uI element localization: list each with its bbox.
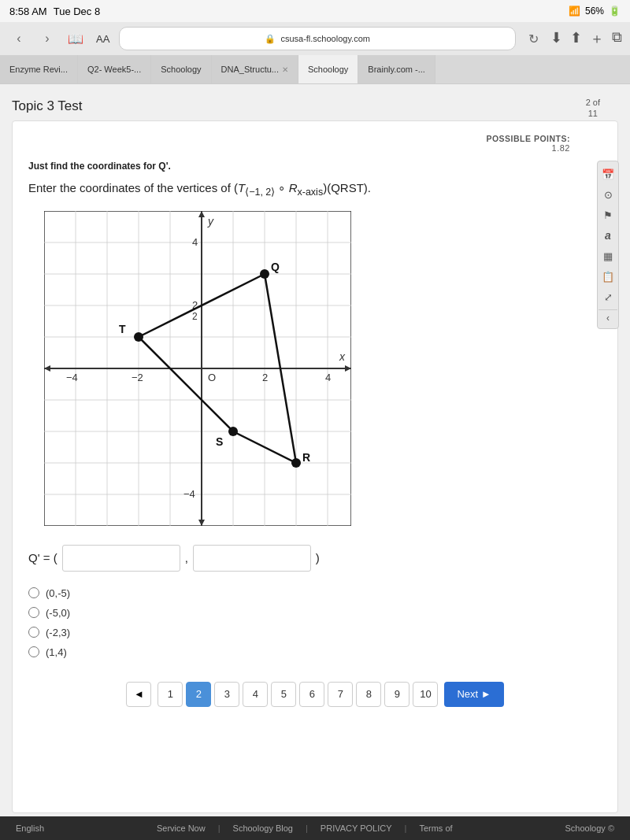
- add-tab-icon[interactable]: ＋: [590, 29, 604, 48]
- clipboard-tool[interactable]: 📋: [598, 267, 617, 286]
- svg-text:−4: −4: [183, 488, 195, 500]
- option-item-2[interactable]: (-5,0): [28, 607, 602, 619]
- option-item-1[interactable]: (0,-5): [28, 587, 602, 599]
- svg-text:4: 4: [325, 372, 331, 383]
- page-7-button[interactable]: 7: [328, 682, 353, 707]
- answer-row: Q' = ( , ): [28, 545, 602, 572]
- option-label-3: (-2,3): [46, 627, 70, 638]
- footer: English Service Now | Schoology Blog | P…: [0, 816, 630, 840]
- reader-mode-button[interactable]: 📖: [65, 28, 87, 50]
- tab-schoology1[interactable]: Schoology: [151, 55, 211, 83]
- grid-tool[interactable]: ▦: [598, 246, 617, 265]
- svg-text:4: 4: [192, 236, 198, 248]
- q-prime-y-input[interactable]: [193, 545, 311, 572]
- q-prime-label: Q' = (: [28, 551, 57, 564]
- footer-copyright: Schoology ©: [565, 823, 614, 833]
- page-3-button[interactable]: 3: [214, 682, 239, 707]
- page-2-button[interactable]: 2: [186, 682, 211, 707]
- schoology-blog-link[interactable]: Schoology Blog: [233, 823, 293, 833]
- lock-icon: 🔒: [265, 34, 276, 44]
- option-label-1: (0,-5): [46, 587, 70, 599]
- option-radio-2[interactable]: [28, 607, 39, 618]
- svg-text:x: x: [339, 350, 346, 363]
- tabs-icon[interactable]: ⧉: [612, 29, 622, 48]
- page-9-button[interactable]: 9: [384, 682, 410, 707]
- circle-tool[interactable]: ⊙: [598, 185, 617, 204]
- svg-text:−4: −4: [66, 372, 78, 383]
- svg-text:2: 2: [192, 311, 198, 322]
- tab-q2[interactable]: Q2- Week5-...: [78, 55, 151, 83]
- page-wrapper: Topic 3 Test 2 of 11 📅 ⊙ ⚑ a ▦ 📋 ⤢ ‹ POS…: [0, 84, 630, 821]
- tab-close-dna[interactable]: ✕: [282, 65, 288, 74]
- svg-point-33: [260, 269, 269, 279]
- option-item-4[interactable]: (1,4): [28, 646, 602, 658]
- download-icon[interactable]: ⬇: [550, 29, 562, 48]
- svg-text:−2: −2: [132, 372, 143, 383]
- option-item-3[interactable]: (-2,3): [28, 627, 602, 638]
- svg-text:O: O: [208, 372, 216, 383]
- page-8-button[interactable]: 8: [356, 682, 381, 707]
- svg-text:R: R: [302, 451, 310, 464]
- options-list: (0,-5) (-5,0) (-2,3) (1,4): [28, 587, 602, 658]
- collapse-tool[interactable]: ‹: [598, 309, 617, 325]
- graph-container: x y −4 −2 O 2 4 4 2 −4: [44, 211, 351, 529]
- battery-label: 56%: [585, 6, 604, 17]
- option-radio-4[interactable]: [28, 646, 39, 657]
- browser-chrome: ‹ › 📖 AA 🔒 csusa-fl.schoology.com ↻ ⬇ ⬆ …: [0, 22, 630, 84]
- tab-brainly[interactable]: Brainly.com -...: [358, 55, 435, 83]
- option-label-2: (-5,0): [46, 607, 70, 619]
- instruction: Just find the coordinates for Q'.: [28, 161, 602, 172]
- time: 8:58 AM: [9, 6, 47, 17]
- privacy-policy-link[interactable]: PRIVACY POLICY: [321, 823, 392, 833]
- content-area: 📅 ⊙ ⚑ a ▦ 📋 ⤢ ‹ POSSIBLE POINTS: 1.82 Ju…: [12, 120, 618, 813]
- svg-text:S: S: [216, 435, 223, 448]
- tab-enzyme[interactable]: Enzyme Revi...: [0, 55, 78, 83]
- battery-icon: 🔋: [609, 6, 621, 17]
- tab-schoology-active[interactable]: Schoology: [298, 55, 358, 83]
- coordinate-graph: x y −4 −2 O 2 4 4 2 −4: [44, 211, 351, 526]
- tabs-bar: Enzyme Revi... Q2- Week5-... Schoology D…: [0, 55, 630, 83]
- svg-text:y: y: [207, 215, 214, 228]
- svg-text:2: 2: [262, 372, 268, 383]
- expand-tool[interactable]: ⤢: [598, 287, 617, 306]
- text-tool[interactable]: a: [598, 226, 617, 245]
- page-title: Topic 3 Test: [12, 92, 82, 117]
- wifi-icon: 📶: [569, 6, 580, 17]
- page-10-button[interactable]: 10: [413, 682, 438, 707]
- page-4-button[interactable]: 4: [243, 682, 268, 707]
- reload-button[interactable]: ↻: [522, 28, 544, 50]
- page-6-button[interactable]: 6: [299, 682, 324, 707]
- flag-tool[interactable]: ⚑: [598, 205, 617, 224]
- option-label-4: (1,4): [46, 646, 67, 658]
- nav-bar: ‹ › 📖 AA 🔒 csusa-fl.schoology.com ↻ ⬇ ⬆ …: [0, 22, 630, 55]
- nav-icons: ⬇ ⬆ ＋ ⧉: [550, 29, 622, 48]
- q-prime-x-input[interactable]: [62, 545, 180, 572]
- page-5-button[interactable]: 5: [271, 682, 296, 707]
- right-tools: 📅 ⊙ ⚑ a ▦ 📋 ⤢ ‹: [597, 161, 619, 329]
- address-bar[interactable]: 🔒 csusa-fl.schoology.com: [119, 27, 516, 50]
- forward-button[interactable]: ›: [36, 28, 58, 50]
- svg-point-35: [228, 427, 238, 436]
- option-radio-1[interactable]: [28, 587, 39, 598]
- calendar-tool[interactable]: 📅: [598, 165, 617, 183]
- prev-page-button[interactable]: ◄: [126, 682, 151, 707]
- date: Tue Dec 8: [54, 6, 101, 17]
- back-button[interactable]: ‹: [8, 28, 30, 50]
- tab-dna[interactable]: DNA_Structu... ✕: [212, 55, 298, 83]
- status-left: 8:58 AM Tue Dec 8: [9, 6, 100, 17]
- pagination: ◄ 1 2 3 4 5 6 7 8 9 10 Next ►: [28, 682, 602, 707]
- status-right: 📶 56% 🔋: [569, 6, 621, 17]
- share-icon[interactable]: ⬆: [570, 29, 582, 48]
- terms-link[interactable]: Terms of: [419, 823, 452, 833]
- url: csusa-fl.schoology.com: [280, 34, 370, 43]
- svg-point-34: [134, 332, 143, 342]
- page-counter: 2 of 11: [586, 97, 600, 120]
- option-radio-3[interactable]: [28, 627, 39, 638]
- comma: ,: [185, 551, 188, 564]
- page-1-button[interactable]: 1: [158, 682, 183, 707]
- footer-links: Service Now | Schoology Blog | PRIVACY P…: [157, 823, 453, 833]
- next-button[interactable]: Next ►: [444, 682, 503, 707]
- possible-points: POSSIBLE POINTS: 1.82: [28, 134, 570, 153]
- service-now-link[interactable]: Service Now: [157, 823, 206, 833]
- aa-label[interactable]: AA: [93, 33, 113, 45]
